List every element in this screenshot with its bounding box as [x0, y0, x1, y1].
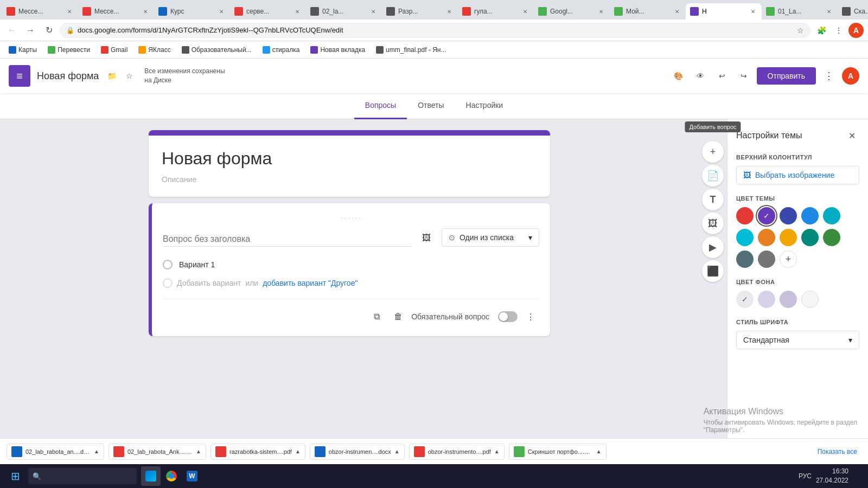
undo-button[interactable]: ↩ — [713, 67, 731, 85]
bookmark-stiralka[interactable]: стиралка — [258, 43, 304, 56]
bookmark-yaklass[interactable]: ЯКласс — [134, 43, 175, 56]
theme-color-red[interactable] — [736, 207, 754, 224]
option-text-1[interactable]: Вариант 1 — [179, 260, 215, 269]
theme-color-orange[interactable] — [758, 229, 775, 246]
add-custom-color-button[interactable]: + — [780, 251, 797, 268]
send-button[interactable]: Отправить — [757, 67, 816, 85]
tab-t2[interactable]: Мессе... ✕ — [78, 3, 154, 20]
tab-t7[interactable]: гула... ✕ — [458, 3, 534, 20]
bg-color-3[interactable] — [780, 291, 797, 308]
add-image-button[interactable]: 🖼 — [702, 213, 724, 234]
tab-t8[interactable]: Googl... ✕ — [534, 3, 610, 20]
taskbar-chrome[interactable] — [162, 466, 181, 486]
form-description-placeholder[interactable]: Описание — [162, 175, 537, 184]
tab-close-t6[interactable]: ✕ — [445, 7, 454, 16]
folder-button[interactable]: 📁 — [103, 67, 120, 85]
tab-t6[interactable]: Разр... ✕ — [382, 3, 458, 20]
tab-close-t2[interactable]: ✕ — [141, 7, 150, 16]
delete-button[interactable]: 🗑 — [390, 308, 407, 325]
browser-more-button[interactable]: ⋮ — [831, 23, 846, 38]
bg-color-1[interactable]: ✓ — [736, 291, 754, 308]
question-input[interactable] — [163, 232, 411, 247]
theme-color-grey[interactable] — [758, 251, 775, 268]
bookmark-umm[interactable]: umm_final.pdf - Ян... — [372, 43, 450, 56]
profile-button[interactable]: A — [848, 23, 864, 38]
forward-button[interactable]: → — [23, 23, 38, 38]
theme-color-amber[interactable] — [780, 229, 797, 246]
question-more-button[interactable]: ⋮ — [522, 308, 539, 325]
theme-color-purple[interactable]: ✓ — [758, 207, 775, 224]
font-selector[interactable]: Стандартная ▾ — [736, 331, 859, 349]
import-question-button[interactable]: 📄 — [702, 165, 724, 187]
show-all-downloads-button[interactable]: Показать все — [813, 446, 861, 458]
download-item-3[interactable]: razrabotka-sistem....pdf ▲ — [210, 444, 305, 460]
tab-close-t5[interactable]: ✕ — [369, 7, 378, 16]
tab-close-t3[interactable]: ✕ — [217, 7, 226, 16]
palette-button[interactable]: 🎨 — [670, 67, 687, 85]
bg-color-2[interactable] — [758, 291, 775, 308]
taskbar-word[interactable]: W — [182, 466, 202, 486]
tab-t4[interactable]: серве... ✕ — [230, 3, 306, 20]
tab-close-t4[interactable]: ✕ — [293, 7, 302, 16]
tab-t1[interactable]: Мессе... ✕ — [2, 3, 78, 20]
taskbar-search[interactable]: 🔍 — [28, 468, 137, 484]
tab-t9[interactable]: Мой... ✕ — [610, 3, 686, 20]
tab-settings[interactable]: Настройки — [455, 93, 514, 119]
reload-button[interactable]: ↻ — [41, 23, 56, 38]
notification-area[interactable] — [853, 471, 864, 481]
add-section-button[interactable]: ⬛ — [702, 260, 724, 282]
tab-t12[interactable]: Ска... ✕ — [838, 3, 868, 20]
theme-close-button[interactable]: ✕ — [844, 128, 859, 143]
download-item-1[interactable]: 02_lab_rabota_an....docx ▲ — [7, 444, 104, 460]
bookmark-newtab[interactable]: Новая вкладка — [306, 43, 369, 56]
duplicate-button[interactable]: ⧉ — [368, 308, 385, 325]
mandatory-toggle[interactable] — [498, 311, 518, 322]
start-button[interactable]: ⊞ — [4, 466, 26, 486]
tab-close-t9[interactable]: ✕ — [673, 7, 681, 16]
theme-color-blue[interactable] — [801, 207, 819, 224]
bookmark-edu[interactable]: Образовательный... — [177, 43, 256, 56]
theme-color-indigo[interactable] — [780, 207, 797, 224]
bookmark-gmail[interactable]: Gmail — [97, 43, 132, 56]
add-option-text[interactable]: Добавить вариант — [177, 279, 241, 287]
extensions-button[interactable]: 🧩 — [814, 23, 829, 38]
add-question-button[interactable]: + Добавить вопрос — [702, 141, 724, 163]
download-item-2[interactable]: 02_lab_rabota_Ank....pdf ▲ — [108, 444, 206, 460]
tab-close-t10[interactable]: ✕ — [749, 7, 757, 16]
bg-color-4[interactable] — [801, 291, 819, 308]
header-more-button[interactable]: ⋮ — [820, 67, 838, 85]
download-item-5[interactable]: obzor-instrumento....pdf ▲ — [409, 444, 505, 460]
question-image-button[interactable]: 🖼 — [418, 229, 435, 247]
taskbar-edge[interactable] — [141, 466, 161, 486]
redo-button[interactable]: ↪ — [735, 67, 752, 85]
user-avatar[interactable]: A — [842, 67, 859, 85]
download-item-4[interactable]: obzor-instrumen....docx ▲ — [310, 444, 405, 460]
tab-t5[interactable]: 02_la... ✕ — [306, 3, 382, 20]
back-button[interactable]: ← — [4, 23, 20, 38]
theme-color-teal-light[interactable] — [736, 229, 754, 246]
tab-questions[interactable]: Вопросы — [354, 93, 407, 119]
tab-t10[interactable]: Н ✕ — [686, 3, 762, 20]
tab-close-t8[interactable]: ✕ — [597, 7, 605, 16]
tab-answers[interactable]: Ответы — [407, 93, 455, 119]
add-other-link[interactable]: добавить вариант "Другое" — [263, 279, 358, 287]
bookmark-translate[interactable]: Перевести — [43, 43, 94, 56]
add-video-button[interactable]: ▶ — [702, 236, 724, 258]
preview-button[interactable]: 👁 — [692, 67, 709, 85]
bookmark-maps[interactable]: Карты — [4, 43, 41, 56]
choose-image-button[interactable]: 🖼 Выбрать изображение — [736, 166, 859, 184]
download-item-6[interactable]: Скриншот портфо....png ▲ — [509, 444, 607, 460]
tab-close-t1[interactable]: ✕ — [65, 7, 74, 16]
drag-handle[interactable]: · · · · · · — [163, 214, 539, 222]
tab-t11[interactable]: 01_La... ✕ — [762, 3, 838, 20]
theme-color-green[interactable] — [823, 229, 840, 246]
tab-close-t11[interactable]: ✕ — [825, 7, 833, 16]
theme-color-blue-grey[interactable] — [736, 251, 754, 268]
tab-close-t7[interactable]: ✕ — [521, 7, 529, 16]
theme-color-cyan[interactable] — [823, 207, 840, 224]
question-type-selector[interactable]: ⊙ Один из списка ▾ — [442, 228, 539, 247]
bookmark-star-icon[interactable]: ☆ — [797, 26, 804, 35]
add-title-button[interactable]: T — [702, 189, 724, 210]
theme-color-teal[interactable] — [801, 229, 819, 246]
star-button[interactable]: ☆ — [120, 67, 138, 85]
